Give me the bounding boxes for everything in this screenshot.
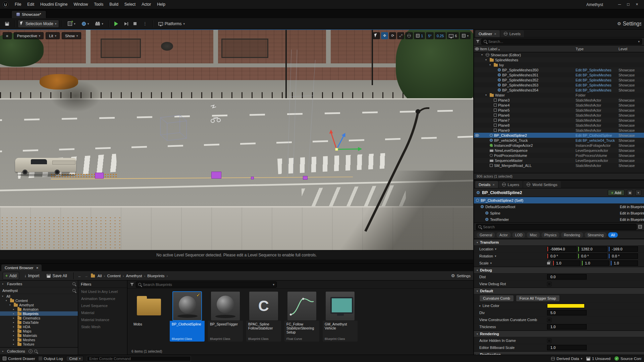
tree-item-texture[interactable]: ▸Texture (0, 342, 78, 346)
tree-item-animation[interactable]: ▸Animation (0, 307, 78, 311)
output-log-button[interactable]: Output Log (39, 357, 63, 361)
tree-item-datatable[interactable]: ▸DataTable (0, 320, 78, 324)
lock-icon[interactable] (547, 262, 550, 264)
filter-level-sequence[interactable]: Level Sequence (78, 302, 127, 309)
expander-icon[interactable]: ▸ (13, 325, 16, 328)
category-actor[interactable]: Actor (496, 232, 511, 238)
column-type[interactable]: Type (576, 47, 619, 51)
rendering-section-header[interactable]: ▾Rendering (474, 330, 644, 337)
close-icon[interactable]: × (492, 183, 494, 187)
edit-in-blueprint-link[interactable]: Edit in Blueprint (620, 211, 644, 215)
unreal-logo-icon[interactable]: U (3, 2, 8, 7)
source-root-header[interactable]: Amethyst (0, 287, 78, 294)
scale-dropdown[interactable]: Scale▾ (479, 261, 545, 265)
close-icon[interactable]: × (633, 0, 641, 9)
thickness-field[interactable]: 1.0 (547, 324, 587, 329)
component-row[interactable]: TextRenderEdit in Blueprint (474, 216, 644, 223)
outliner-row[interactable]: BP_vehicle04_TruckEdit BP_vehicle04_Truc… (474, 138, 644, 143)
menu-item-select[interactable]: Select (121, 0, 139, 9)
favorites-header[interactable]: ▸ Favorites (0, 281, 78, 287)
category-physics[interactable]: Physics (541, 232, 559, 238)
level-viewport[interactable]: ≡ Perspective▾ Lit▾ Show▾ ✥ ⟳ ⤢ 1 5° 0.2… (0, 29, 473, 250)
cb-add-button[interactable]: +Add (3, 272, 19, 280)
location-y-field[interactable]: 1282.0 (578, 246, 607, 252)
outliner-row[interactable]: InstancedFoliageActor2InstancedFoliageAc… (474, 143, 644, 148)
add-collection-icon[interactable]: + (29, 349, 33, 353)
details-options-button[interactable]: ▣ (627, 190, 633, 196)
visibility-eye-icon[interactable] (475, 104, 479, 107)
div-field[interactable]: 5.0 (547, 310, 587, 315)
dist-field[interactable]: 0.0 (547, 274, 587, 280)
search-icon[interactable] (72, 282, 75, 285)
line-color-swatch[interactable] (547, 304, 585, 308)
component-row[interactable]: BP_ClothoidSpline2 (Self) (474, 197, 644, 203)
tab-outliner[interactable]: Outliner× (475, 30, 500, 37)
filter-icon[interactable] (476, 40, 480, 43)
show-button[interactable]: Show▾ (62, 32, 81, 39)
mode-selector[interactable]: Selection Mode ▾ (18, 20, 59, 28)
category-streaming[interactable]: Streaming (585, 232, 607, 238)
scale-y-field[interactable]: 1.0 (582, 260, 609, 266)
outliner-row[interactable]: ▾WaterFolder (474, 93, 644, 98)
asset-card[interactable]: FC_Follow StabilizerSteering SetupFloat … (284, 291, 319, 342)
rotation-z-field[interactable]: 0.0 ° (608, 253, 638, 259)
tab-world-settings[interactable]: World Settings (523, 181, 561, 188)
tree-item-maps[interactable]: ▸Maps (0, 329, 78, 333)
world-space-button[interactable] (405, 32, 413, 39)
expander-icon[interactable]: ▾ (489, 63, 492, 66)
asset-search-input[interactable] (143, 283, 271, 287)
close-icon[interactable]: × (494, 32, 496, 36)
blueprints-button[interactable]: ▾ (79, 20, 92, 27)
expander-icon[interactable]: ▸ (13, 317, 16, 319)
visibility-eye-icon[interactable] (475, 149, 479, 152)
outliner-search[interactable]: ▾ (481, 39, 642, 45)
component-row[interactable]: DefaultSceneRootEdit in Blueprint (474, 203, 644, 210)
location-x-field[interactable]: -59894.0 (547, 246, 577, 252)
lit-button[interactable]: Lit▾ (46, 32, 60, 39)
content-drawer-button[interactable]: Content Drawer (3, 357, 35, 361)
view-construction-checkbox[interactable] (547, 318, 551, 322)
outliner-row[interactable]: Plane9StaticMeshActorShowcase (474, 128, 644, 133)
cinematics-button[interactable]: ▾ (93, 20, 106, 27)
tab-levels[interactable]: Levels (500, 30, 524, 37)
tree-item-meshes[interactable]: ▸Meshes (0, 338, 78, 342)
tab-details[interactable]: Details× (475, 181, 498, 188)
billboard-scale-field[interactable]: 1.0 (547, 345, 587, 350)
toolbar-settings-button[interactable]: ⚙ Settings (617, 21, 641, 27)
asset-card[interactable]: GM_Amethyst VehicleBlueprint Class (323, 291, 358, 342)
search-icon[interactable] (34, 350, 37, 353)
forward-button[interactable]: → (84, 274, 88, 278)
filter-animation-sequence[interactable]: Animation Sequence (78, 295, 127, 302)
tree-item-all[interactable]: ▾All (0, 294, 78, 298)
category-misc[interactable]: Misc (527, 232, 540, 238)
visibility-eye-icon[interactable] (475, 114, 479, 117)
category-general[interactable]: General (477, 232, 495, 238)
curvature-comb-button[interactable]: Curvature Comb (479, 295, 514, 302)
menu-item-file[interactable]: File (12, 0, 24, 9)
collections-header[interactable]: ▸ Collections + (0, 347, 78, 355)
transform-section-header[interactable]: ▾Transform (474, 239, 644, 246)
tree-item-cinematics[interactable]: ▸Cinematics (0, 316, 78, 320)
outliner-row[interactable]: ▾Ivy (474, 62, 644, 67)
stop-button[interactable] (131, 21, 139, 26)
chevron-down-icon[interactable]: ▾ (273, 283, 274, 286)
outliner-row[interactable]: NewLevelSequenceLevelSequenceActorShowca… (474, 148, 644, 153)
move-tool-button[interactable]: ✥ (381, 32, 388, 39)
outliner-item-type[interactable]: Edit BP_ClothoidSpline (576, 133, 619, 137)
visibility-eye-icon[interactable] (475, 69, 479, 71)
expander-icon[interactable]: ▸ (13, 321, 16, 324)
outliner-item-type[interactable]: Edit BP_SplineMeshes (576, 83, 619, 87)
expander-icon[interactable]: ▸ (13, 339, 16, 341)
filter-icon[interactable] (130, 283, 134, 286)
breadcrumb-blueprints[interactable]: Blueprints (147, 274, 164, 278)
expander-icon[interactable]: ▸ (479, 304, 481, 307)
tab-showcase[interactable]: Showcase* (11, 10, 46, 18)
force-all-trigger-snap-button[interactable]: Force All Trigger Snap (516, 295, 560, 302)
column-level[interactable]: Level (619, 47, 644, 51)
scale-snap-button[interactable]: 0.25 (435, 32, 446, 39)
outliner-row[interactable]: SequenceMasterLevelSequenceActorShowcase (474, 158, 644, 163)
category-lod[interactable]: LOD (512, 232, 526, 238)
edit-in-blueprint-link[interactable]: Edit in Blueprint (620, 218, 644, 222)
outliner-row[interactable]: BP_SplineMeshes353Edit BP_SplineMeshesSh… (474, 82, 644, 87)
cb-import-button[interactable]: ↓Import (22, 272, 42, 280)
